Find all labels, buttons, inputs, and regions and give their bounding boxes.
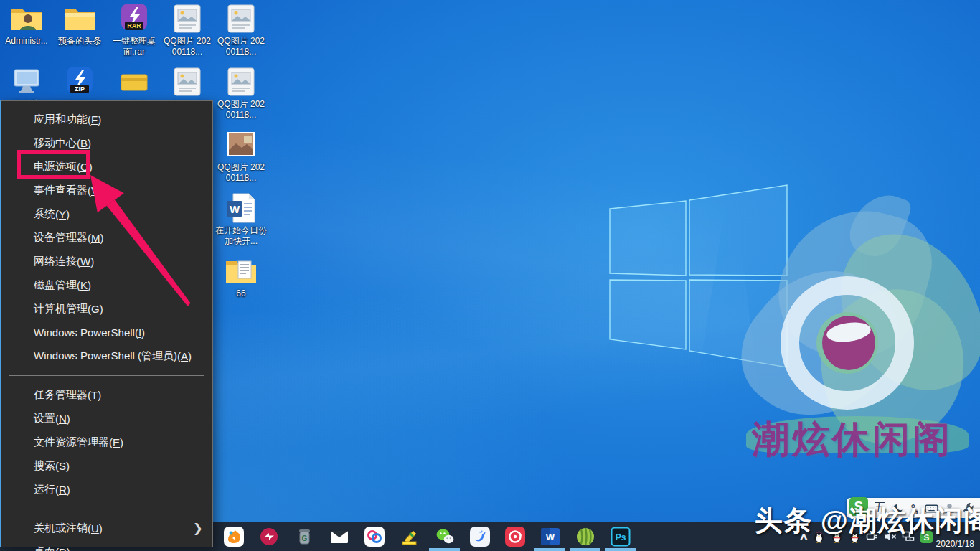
menu-item-settings[interactable]: 设置(N)	[1, 407, 212, 430]
menu-item-access-key: (D)	[55, 546, 70, 551]
menu-item-event-viewer[interactable]: 事件查看器(V)	[1, 179, 212, 202]
menu-item-device-manager[interactable]: 设备管理器(M)	[1, 226, 212, 250]
desktop-icon-qq-image-4[interactable]: QQ图片 20200118...	[215, 66, 267, 121]
taskbar-icon-rings-app[interactable]	[357, 522, 392, 551]
menu-item-access-key: (U)	[88, 522, 103, 534]
tray-icon-volume-muted[interactable]	[884, 530, 897, 543]
menu-item-access-key: (F)	[88, 113, 101, 126]
tray-icon-network[interactable]	[902, 530, 915, 543]
menu-item-powershell[interactable]: Windows PowerShell(I)	[1, 321, 212, 344]
taskbar-icon-xunlei[interactable]	[462, 522, 497, 551]
menu-item-label: 桌面	[34, 545, 55, 551]
taskbar-icon-wechat[interactable]	[427, 522, 462, 551]
svg-text:RAR: RAR	[127, 22, 141, 29]
tray-icon-qq-penguin-2[interactable]	[830, 530, 843, 543]
menu-item-shutdown-signout[interactable]: 关机或注销(U)❯	[1, 517, 212, 540]
submenu-chevron-icon: ❯	[193, 521, 203, 536]
desktop-icon-qq-image-1[interactable]: QQ图片 20200118...	[161, 3, 213, 57]
sogou-toolbar: S五°,	[847, 498, 980, 518]
taskbar-icon-photoshop[interactable]: Ps	[603, 522, 638, 551]
menu-item-disk-management[interactable]: 磁盘管理(K)	[1, 273, 212, 297]
taskbar-icon-mail[interactable]	[321, 522, 357, 551]
menu-item-run[interactable]: 运行(R)	[1, 478, 212, 501]
svg-text:ZIP: ZIP	[75, 85, 85, 93]
menu-item-search[interactable]: 搜索(S)	[1, 454, 212, 478]
tray-icon-qq-penguin-3[interactable]	[848, 530, 861, 543]
menu-item-label: 事件查看器	[34, 184, 88, 197]
menu-item-access-key: (A)	[177, 350, 192, 362]
desktop-icon-admin-folder[interactable]: Administr...	[1, 3, 52, 47]
menu-item-network-connections[interactable]: 网络连接(W)	[1, 250, 212, 273]
taskbar-icon-orange-pet-app[interactable]	[216, 522, 251, 551]
pc-icon	[9, 66, 44, 98]
desktop-icon-label: 预备的头条	[58, 36, 101, 47]
taskbar-date: 2020/1/18	[936, 539, 974, 549]
desktop-icon-qq-image-2[interactable]: QQ图片 20200118...	[215, 3, 267, 57]
menu-item-access-key: (N)	[55, 413, 70, 425]
word-doc-icon: W	[224, 192, 258, 224]
menu-item-system[interactable]: 系统(Y)	[1, 202, 212, 226]
menu-item-label: 计算机管理	[34, 302, 88, 316]
menu-item-access-key: (Y)	[55, 208, 70, 220]
moon-icon[interactable]	[892, 502, 905, 514]
folder-docs-icon	[224, 255, 258, 287]
menu-item-access-key: (M)	[88, 232, 104, 244]
taskbar-icon-xigua-video[interactable]	[567, 522, 603, 551]
menu-item-file-explorer[interactable]: 文件资源管理器(E)	[1, 430, 212, 454]
menu-item-computer-management[interactable]: 计算机管理(G)	[1, 297, 212, 321]
menu-item-label: 设置	[34, 412, 55, 425]
tray-icon-qq-penguin-1[interactable]	[812, 530, 825, 543]
menu-item-access-key: (R)	[55, 484, 70, 496]
menu-item-label: 文件资源管理器	[34, 435, 109, 449]
desktop-icon-toutiao-folder[interactable]: 预备的头条	[54, 3, 105, 47]
tray-icon-sogou-tray[interactable]: S	[920, 530, 933, 543]
desktop-icon-label: 在开始今日份加快开...	[215, 225, 267, 247]
image-file-icon	[224, 3, 258, 34]
menu-item-access-key: (B)	[77, 137, 91, 149]
menu-item-power-options[interactable]: 电源选项(O)	[1, 155, 212, 179]
sogou-wubi-mode-button[interactable]: 五	[875, 501, 886, 516]
menu-item-access-key: (T)	[88, 389, 101, 401]
desktop-icon-word-doc[interactable]: W在开始今日份加快开...	[215, 192, 267, 247]
taskbar-icon-jar-app[interactable]: G	[286, 522, 321, 551]
sogou-logo-icon[interactable]: S	[849, 497, 868, 516]
hidden-icons-chevron[interactable]: ∧	[799, 532, 809, 542]
person-icon[interactable]	[943, 502, 956, 514]
menu-item-label: 移动中心	[34, 136, 77, 150]
menu-item-access-key: (S)	[55, 460, 70, 472]
menu-item-mobility-center[interactable]: 移动中心(B)	[1, 131, 212, 155]
keyboard-icon[interactable]	[925, 502, 937, 514]
menu-item-label: 设备管理器	[34, 231, 88, 245]
menu-item-desktop[interactable]: 桌面(D)	[1, 540, 212, 551]
taskbar-clock[interactable]: 2020/1/18	[936, 539, 974, 549]
svg-text:S: S	[923, 532, 929, 542]
taskbar-icon-red-circle-app[interactable]	[251, 522, 286, 551]
menu-item-label: 磁盘管理	[34, 278, 77, 292]
desktop-icon-folder-66[interactable]: 66	[215, 255, 267, 299]
folder-user-icon	[9, 3, 44, 34]
desktop-icon-label: QQ图片 20200118...	[215, 162, 267, 184]
menu-item-powershell-admin[interactable]: Windows PowerShell (管理员)(A)	[1, 344, 212, 368]
watermark-logo-tip	[844, 186, 914, 264]
desktop-icon-rar-archive[interactable]: RAR一键整理桌面.rar	[108, 3, 160, 57]
watermark-logo-hill	[746, 416, 969, 453]
svg-text:W: W	[545, 532, 555, 542]
menu-item-task-manager[interactable]: 任务管理器(T)	[1, 383, 212, 407]
taskbar-icon-red-music-app[interactable]	[497, 522, 532, 551]
desktop-icon-label: 一键整理桌面.rar	[108, 36, 160, 57]
menu-item-apps-features[interactable]: 应用和功能(F)	[1, 108, 212, 131]
sogou-punctuation-button[interactable]: °,	[911, 502, 918, 514]
svg-text:G: G	[301, 534, 307, 542]
menu-item-label: Windows PowerShell (管理员)	[34, 349, 177, 363]
taskbar-icon-ruler-app[interactable]	[392, 522, 427, 551]
watermark-studio-text: 潮炫休闲阁	[752, 415, 980, 465]
windows-logo-wallpaper	[603, 179, 796, 373]
menu-item-access-key: (V)	[88, 184, 102, 197]
menu-item-label: 电源选项	[34, 160, 77, 174]
wrench-icon[interactable]	[962, 502, 974, 514]
menu-item-access-key: (I)	[135, 326, 145, 339]
desktop-icon-qq-image-5[interactable]: QQ图片 20200118...	[215, 129, 267, 184]
image-file-icon	[224, 66, 258, 98]
tray-icon-power-plug[interactable]	[866, 530, 879, 543]
taskbar-icon-word[interactable]: W	[532, 522, 567, 551]
